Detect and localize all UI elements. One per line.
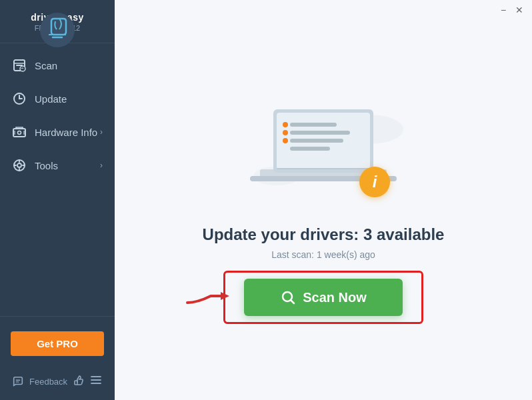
- tools-icon: [12, 158, 27, 173]
- sidebar-footer: Feedback: [0, 367, 115, 400]
- sidebar-navigation: Scan Update: [0, 43, 115, 316]
- sidebar-scan-label: Scan: [35, 60, 103, 71]
- sidebar-logo: driver easy FREE v5.6.12: [0, 0, 115, 43]
- get-pro-button[interactable]: Get PRO: [11, 331, 104, 356]
- sidebar-hardware-label: Hardware Info: [35, 127, 100, 138]
- sidebar: driver easy FREE v5.6.12 Scan: [0, 0, 115, 400]
- main-content: − ✕: [115, 0, 532, 400]
- list-icon[interactable]: [89, 373, 103, 389]
- svg-point-20: [283, 122, 288, 127]
- sidebar-item-hardware-info[interactable]: Hardware Info ›: [0, 115, 115, 149]
- svg-rect-17: [290, 131, 350, 135]
- sidebar-item-update[interactable]: Update: [0, 82, 115, 115]
- sidebar-item-tools[interactable]: Tools ›: [0, 149, 115, 182]
- close-button[interactable]: ✕: [513, 4, 525, 16]
- svg-rect-16: [290, 123, 337, 127]
- svg-point-9: [17, 163, 21, 167]
- info-badge: i: [359, 167, 390, 197]
- titlebar: − ✕: [115, 0, 532, 19]
- app-logo-icon: [39, 12, 75, 48]
- feedback-item[interactable]: Feedback: [12, 375, 67, 387]
- main-subline: Last scan: 1 week(s) ago: [271, 249, 375, 260]
- feedback-label: Feedback: [29, 377, 67, 387]
- svg-rect-23: [277, 168, 370, 169]
- scan-now-button[interactable]: Scan Now: [244, 279, 403, 316]
- sidebar-item-scan[interactable]: Scan: [0, 49, 115, 82]
- main-headline: Update your drivers: 3 available: [203, 225, 445, 244]
- svg-marker-24: [221, 292, 229, 300]
- content-area: i Update your drivers: 3 available Last …: [115, 19, 532, 400]
- scan-button-area: Scan Now: [244, 279, 403, 316]
- hardware-icon: [12, 125, 27, 139]
- scan-now-label: Scan Now: [303, 290, 367, 305]
- hardware-arrow-icon: ›: [100, 127, 103, 137]
- svg-point-22: [283, 138, 288, 143]
- svg-rect-19: [290, 147, 330, 151]
- svg-rect-6: [13, 129, 25, 137]
- minimize-button[interactable]: −: [497, 4, 509, 16]
- sidebar-bottom: Get PRO Feedback: [0, 316, 115, 400]
- svg-point-7: [18, 131, 21, 135]
- red-arrow-icon: [184, 283, 237, 309]
- svg-rect-18: [290, 139, 343, 143]
- scan-icon: [12, 58, 27, 73]
- svg-point-21: [283, 130, 288, 135]
- sidebar-update-label: Update: [35, 93, 103, 105]
- scan-now-icon: [280, 289, 296, 305]
- feedback-icon: [12, 375, 24, 387]
- thumbs-up-icon[interactable]: [72, 373, 85, 389]
- sidebar-tools-label: Tools: [35, 160, 100, 171]
- tools-arrow-icon: ›: [100, 161, 103, 170]
- svg-point-4: [20, 66, 25, 71]
- update-icon: [12, 91, 27, 106]
- arrow-wrapper: [184, 283, 237, 312]
- laptop-illustration: i: [237, 89, 410, 209]
